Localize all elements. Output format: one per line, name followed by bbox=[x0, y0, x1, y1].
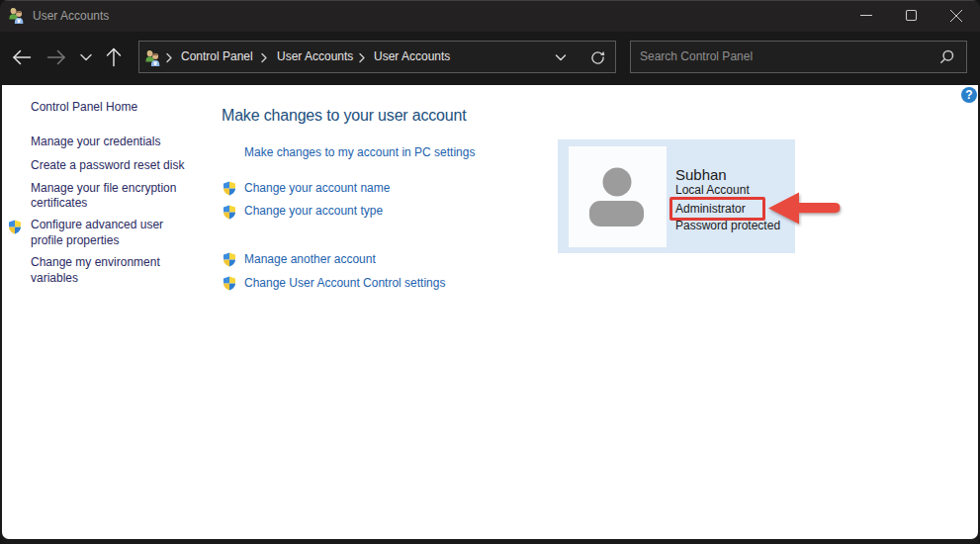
svg-text:?: ? bbox=[965, 88, 972, 102]
